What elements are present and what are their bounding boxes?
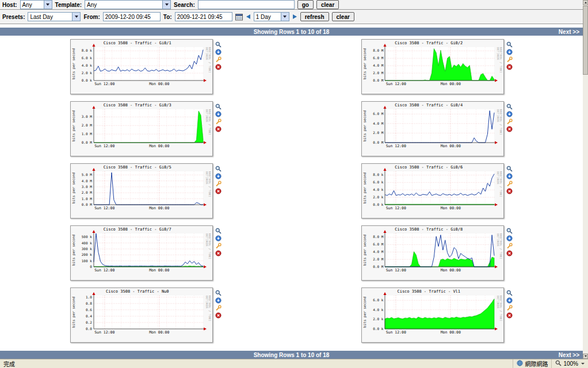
zoom-icon[interactable] xyxy=(215,226,222,232)
zoom-icon[interactable] xyxy=(215,164,222,170)
zoom-icon[interactable] xyxy=(506,288,513,294)
wrench-icon[interactable] xyxy=(506,241,513,247)
y-tick-label: 500 k xyxy=(77,235,92,239)
zoom-icon[interactable] xyxy=(215,288,222,294)
graph-source-icon[interactable] xyxy=(215,233,222,240)
graph-panel[interactable]: Cisco 3508 - Traffic - Gi0/7 bits per se… xyxy=(70,225,213,281)
y-tick-label: 0.4 xyxy=(77,315,92,318)
graph-source-icon[interactable] xyxy=(215,47,222,53)
remove-graph-icon[interactable] xyxy=(215,310,222,317)
graph-source-icon[interactable] xyxy=(215,296,222,302)
timespan-select[interactable]: 1 Day xyxy=(254,12,289,21)
remove-graph-icon[interactable] xyxy=(506,186,513,193)
remove-graph-icon[interactable] xyxy=(506,248,513,255)
graph-source-icon[interactable] xyxy=(506,109,513,116)
y-tick-label: 2.0 k xyxy=(368,195,383,199)
shift-left-icon[interactable] xyxy=(246,14,251,20)
shift-right-icon[interactable] xyxy=(292,14,297,20)
graph-panel[interactable]: Cisco 3508 - Traffic - Gi0/3 bits per se… xyxy=(70,101,213,156)
x-tick-label: Mon 00:00 xyxy=(441,206,461,210)
to-date-input[interactable] xyxy=(175,12,232,21)
template-select-value: Any xyxy=(85,2,162,8)
graph-cell: Cisco 3508 - Traffic - Vl1 bits per seco… xyxy=(292,284,583,346)
graph-panel[interactable]: Cisco 3508 - Traffic - Gi0/1 bits per se… xyxy=(70,39,213,94)
graph-panel[interactable]: Cisco 3508 - Traffic - Gi0/8 bits per se… xyxy=(361,225,504,281)
template-select[interactable]: Any xyxy=(85,0,171,9)
scroll-up-icon[interactable] xyxy=(583,0,588,5)
wrench-icon[interactable] xyxy=(215,179,222,185)
graph-panel[interactable]: Cisco 3508 - Traffic - Gi0/4 bits per se… xyxy=(361,101,504,156)
vertical-scrollbar[interactable] xyxy=(583,0,588,359)
wrench-icon[interactable] xyxy=(215,303,222,309)
remove-graph-icon[interactable] xyxy=(506,124,513,131)
remove-graph-icon[interactable] xyxy=(215,124,222,131)
timespan-select-value: 1 Day xyxy=(254,14,281,20)
y-tick-label: 8.0 M xyxy=(368,235,383,239)
from-label: From: xyxy=(83,14,100,20)
graph-panel[interactable]: Cisco 3508 - Traffic - Nu0 bits per seco… xyxy=(70,288,213,343)
remove-graph-icon[interactable] xyxy=(506,62,513,68)
remove-graph-icon[interactable] xyxy=(506,310,513,317)
y-tick-label: 4.0 k xyxy=(368,308,383,312)
scroll-down-icon[interactable] xyxy=(583,354,588,359)
graph-source-icon[interactable] xyxy=(215,109,222,116)
zoom-icon[interactable] xyxy=(215,102,222,108)
next-page-link[interactable]: Next >> xyxy=(559,29,579,35)
zoom-icon[interactable] xyxy=(506,102,513,108)
zoom-icon[interactable] xyxy=(506,164,513,170)
graph-panel[interactable]: Cisco 3508 - Traffic - Gi0/2 bits per se… xyxy=(361,39,504,94)
wrench-icon[interactable] xyxy=(215,117,222,123)
graph-source-icon[interactable] xyxy=(506,296,513,302)
chevron-down-icon xyxy=(72,13,80,21)
wrench-icon[interactable] xyxy=(215,241,222,247)
remove-graph-icon[interactable] xyxy=(215,186,222,193)
graph-source-icon[interactable] xyxy=(215,171,222,178)
y-tick-label: 6.0 k xyxy=(77,56,92,60)
go-button[interactable]: go xyxy=(297,0,314,9)
wrench-icon[interactable] xyxy=(506,179,513,185)
next-page-link[interactable]: Next >> xyxy=(559,352,579,358)
x-tick-label: Mon 00:00 xyxy=(149,82,169,86)
graph-actions xyxy=(215,225,222,255)
graph-plot xyxy=(94,233,203,267)
clear-button[interactable]: clear xyxy=(316,0,339,9)
x-tick-label: Mon 00:00 xyxy=(441,330,461,335)
graph-panel[interactable]: Cisco 3508 - Traffic - Gi0/5 bits per se… xyxy=(70,163,213,218)
refresh-button[interactable]: refresh xyxy=(300,12,329,21)
graph-ylabel: bits per second xyxy=(71,233,77,267)
y-tick-label: 0.6 xyxy=(77,308,92,312)
y-tick-label: 0.0 k xyxy=(368,327,383,331)
graph-actions xyxy=(506,39,513,68)
pagination-text: Showing Rows 1 to 10 of 18 xyxy=(0,352,583,358)
graph-cell: Cisco 3508 - Traffic - Gi0/2 bits per se… xyxy=(292,36,583,98)
zoom-icon[interactable] xyxy=(506,226,513,232)
security-zone-text: 網際網路 xyxy=(525,359,548,368)
wrench-icon[interactable] xyxy=(506,303,513,309)
graph-source-icon[interactable] xyxy=(506,171,513,178)
remove-graph-icon[interactable] xyxy=(215,248,222,255)
clear-timespan-button[interactable]: clear xyxy=(332,12,354,21)
scrollbar-thumb[interactable] xyxy=(583,6,588,75)
y-tick-label: 3.0 M xyxy=(77,185,92,189)
wrench-icon[interactable] xyxy=(506,117,513,123)
calendar-icon[interactable] xyxy=(235,13,243,21)
rrdtool-watermark: RRDTOOL / TOBI OETIKER xyxy=(205,233,211,268)
zoom-pane[interactable]: 100% xyxy=(551,359,588,368)
graph-source-icon[interactable] xyxy=(506,233,513,240)
x-tick-label: Sun 12:00 xyxy=(386,144,406,148)
graph-panel[interactable]: Cisco 3508 - Traffic - Gi0/6 bits per se… xyxy=(361,163,504,218)
graph-plot xyxy=(385,109,494,143)
zoom-icon[interactable] xyxy=(215,40,222,46)
search-input[interactable] xyxy=(198,0,295,9)
from-date-input[interactable] xyxy=(103,12,161,21)
zoom-icon[interactable] xyxy=(506,40,513,46)
remove-graph-icon[interactable] xyxy=(215,62,222,68)
wrench-icon[interactable] xyxy=(506,55,513,61)
host-select[interactable]: Any xyxy=(20,0,52,9)
graph-source-icon[interactable] xyxy=(506,47,513,53)
graph-panel[interactable]: Cisco 3508 - Traffic - Vl1 bits per seco… xyxy=(361,288,504,343)
presets-select[interactable]: Last Day xyxy=(28,12,81,21)
wrench-icon[interactable] xyxy=(215,55,222,61)
y-tick-label: 0.0 xyxy=(77,327,92,331)
status-bar: 完成 網際網路 100% xyxy=(0,359,588,368)
